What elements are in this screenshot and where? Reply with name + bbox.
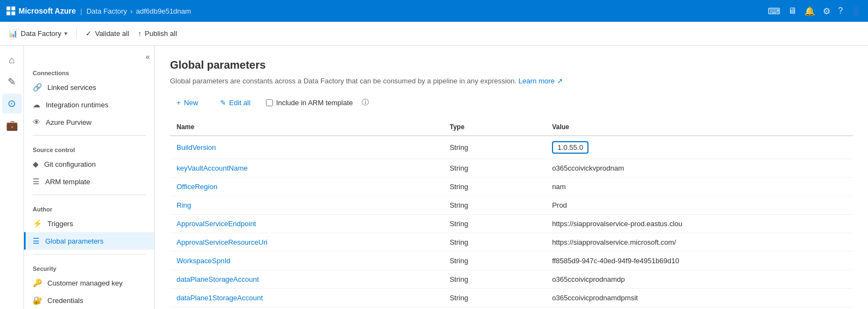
validate-all-button[interactable]: ✓ Validate all [86,29,129,38]
param-type-cell: String [443,251,545,270]
table-row: BuildVersionString1.0.55.0 [170,136,853,159]
edit-pencil-icon: ✎ [220,99,226,107]
include-arm-template-checkbox[interactable] [266,99,273,106]
table-row: dataPlaneStorageAccountStringo365ccoivic… [170,270,853,288]
sidebar-item-git-configuration[interactable]: ◆ Git configuration [24,155,154,173]
collapse-icon[interactable]: « [145,52,150,61]
df-brand-label[interactable]: 📊 Data Factory ▾ [9,29,68,38]
sidebar-divider-1 [33,135,145,136]
arm-template-icon: ☰ [33,177,40,186]
cloud-shell-icon[interactable]: ⌨ [768,6,780,16]
df-label-text: Data Factory [21,29,61,38]
breadcrumb-separator-1: | [80,7,82,15]
sidebar-label-azure-purview: Azure Purview [46,118,92,126]
edit-all-button[interactable]: ✎ Edit all [214,95,257,110]
sidebar-collapse-button[interactable]: « [24,50,154,63]
main-layout: ⌂ ✎ ⊙ 💼 « Connections 🔗 Linked services … [0,46,868,309]
table-body: BuildVersionString1.0.55.0keyVaultAccoun… [170,136,853,310]
secondary-toolbar: 📊 Data Factory ▾ ✓ Validate all ↑ Publis… [0,22,868,46]
integration-runtimes-icon: ☁ [33,100,40,109]
table-row: ApprovalServiceResourceUriStringhttps://… [170,233,853,251]
table-row: dataPlane2StorageAccountStringo365ccoivi… [170,307,853,309]
param-type-cell: String [443,159,545,177]
global-parameters-icon: ☰ [33,237,40,245]
sidebar-item-triggers[interactable]: ⚡ Triggers [24,215,154,232]
linked-services-icon: 🔗 [33,83,42,92]
action-bar: + New ✎ Edit all Include in ARM template… [170,95,853,110]
sidebar-item-credentials[interactable]: 🔐 Credentials [24,292,154,309]
param-value-cell: https://siapprovalservice.microsoft.com/ [545,233,853,251]
sidebar-label-triggers: Triggers [47,220,73,228]
breadcrumb-df[interactable]: Data Factory [87,7,127,15]
sidebar-item-customer-managed-key[interactable]: 🔑 Customer managed key [24,274,154,292]
directory-icon[interactable]: 🖥 [788,6,797,16]
edit-all-label: Edit all [229,99,251,107]
left-icon-strip: ⌂ ✎ ⊙ 💼 [0,46,24,309]
sidebar-label-customer-managed-key: Customer managed key [47,279,123,287]
param-name-cell[interactable]: WorkspaceSpnId [170,251,443,270]
sidebar-item-global-parameters[interactable]: ☰ Global parameters [24,232,154,250]
publish-all-button[interactable]: ↑ Publish all [138,29,177,38]
sidebar-section-security: Security [24,259,154,274]
azure-brand: Microsoft Azure [7,7,76,15]
param-name-cell[interactable]: dataPlane2StorageAccount [170,307,443,309]
param-value-cell: o365ccoivickvprodnam [545,159,853,177]
param-name-cell[interactable]: ApprovalServiceEndpoint [170,214,443,233]
param-value-cell: ff8585d9-947c-40ed-94f9-fe4951b69d10 [545,251,853,270]
breadcrumb-resource[interactable]: adf6db9e51dnam [136,7,191,15]
param-name-cell[interactable]: dataPlaneStorageAccount [170,270,443,288]
learn-more-link[interactable]: Learn more ↗ [519,77,563,85]
param-value-cell: o365ccoivicprodnamdp [545,270,853,288]
param-type-cell: String [443,196,545,214]
param-value-cell: o365ccoivicprodnamdpmsit [545,288,853,307]
param-name-cell[interactable]: dataPlane1StorageAccount [170,288,443,307]
new-plus-icon: + [177,99,181,107]
credentials-icon: 🔐 [33,296,42,305]
triggers-icon: ⚡ [33,219,42,228]
param-name-cell[interactable]: keyVaultAccountName [170,159,443,177]
param-name-cell[interactable]: OfficeRegion [170,177,443,196]
info-circle-icon[interactable]: ⓘ [362,98,369,107]
settings-icon[interactable]: ⚙ [823,6,830,16]
sidebar: « Connections 🔗 Linked services ☁ Integr… [24,46,155,309]
page-title: Global parameters [170,59,853,71]
sidebar-item-linked-services[interactable]: 🔗 Linked services [24,78,154,96]
table-row: ApprovalServiceEndpointStringhttps://sia… [170,214,853,233]
strip-briefcase-icon[interactable]: 💼 [2,116,22,135]
col-header-value: Value [545,119,853,136]
param-type-cell: String [443,177,545,196]
include-arm-template-checkbox-label[interactable]: Include in ARM template [266,99,353,107]
breadcrumb-arrow: › [130,7,132,15]
param-type-cell: String [443,233,545,251]
table-row: RingStringProd [170,196,853,214]
sidebar-item-arm-template[interactable]: ☰ ARM template [24,173,154,190]
param-name-cell[interactable]: ApprovalServiceResourceUri [170,233,443,251]
param-name-cell[interactable]: Ring [170,196,443,214]
new-button[interactable]: + New [170,95,205,110]
param-value-cell: o365ccoivicprodnamdp28 [545,307,853,309]
param-value-cell: https://siapprovalservice-prod.eastus.cl… [545,214,853,233]
notifications-icon[interactable]: 🔔 [804,6,815,16]
account-icon[interactable]: 👤 [851,6,861,16]
new-label: New [184,99,198,107]
help-icon[interactable]: ? [838,6,843,16]
sidebar-section-connections: Connections [24,63,154,78]
validate-all-label: Validate all [95,29,129,38]
sidebar-item-integration-runtimes[interactable]: ☁ Integration runtimes [24,96,154,113]
azure-purview-icon: 👁 [33,118,40,126]
sidebar-divider-3 [33,254,145,255]
windows-logo-icon [7,7,15,15]
sidebar-divider-2 [33,195,145,195]
table-row: OfficeRegionStringnam [170,177,853,196]
strip-monitor-icon[interactable]: ⊙ [2,94,22,113]
table-row: dataPlane1StorageAccountStringo365ccoivi… [170,288,853,307]
publish-icon: ↑ [138,29,142,38]
param-name-cell[interactable]: BuildVersion [170,136,443,159]
strip-home-icon[interactable]: ⌂ [2,50,22,70]
customer-managed-key-icon: 🔑 [33,278,42,287]
sidebar-item-azure-purview[interactable]: 👁 Azure Purview [24,113,154,131]
strip-pencil-icon[interactable]: ✎ [2,72,22,92]
param-value-cell: 1.0.55.0 [545,136,853,159]
sidebar-label-arm-template: ARM template [45,178,90,186]
azure-bar-right: ⌨ 🖥 🔔 ⚙ ? 👤 [768,6,861,16]
